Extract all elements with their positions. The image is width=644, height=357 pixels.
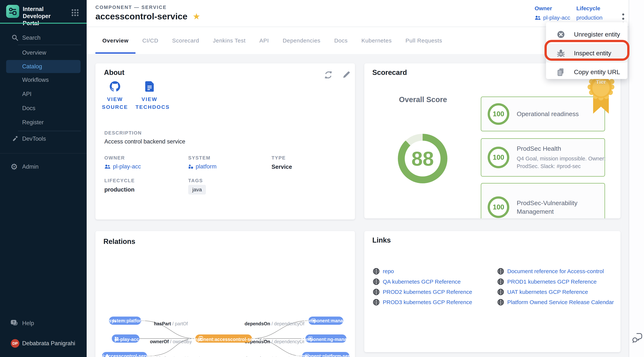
app-logo: [6, 5, 19, 18]
sidebar-item-label: Overview: [22, 50, 46, 56]
links-card-title: Links: [372, 236, 391, 244]
svg-text:component:manager: component:manager: [304, 318, 350, 323]
svg-text:?: ?: [13, 320, 15, 324]
sidebar-user[interactable]: DP Debabrata Panigrahi: [0, 337, 87, 350]
menu-item-label: Unregister entity: [574, 31, 620, 38]
sidebar-item-admin[interactable]: ⚙ Admin: [0, 160, 87, 173]
refresh-icon[interactable]: [324, 70, 333, 80]
tab-docs[interactable]: Docs: [328, 27, 354, 54]
sidebar-item-label: Register: [22, 119, 44, 126]
github-icon: [110, 81, 120, 92]
user-name: Debabrata Panigrahi: [22, 340, 75, 347]
view-source-button[interactable]: VIEW SOURCE: [101, 81, 129, 111]
score-value: 100: [488, 147, 509, 168]
globe-icon: [497, 299, 504, 306]
menu-item-copy-entity-url[interactable]: Copy entity URL: [546, 62, 628, 82]
link-label: repo: [383, 268, 394, 274]
tab-api[interactable]: API: [252, 27, 276, 54]
link-label: PROD3 kubernetes GCP Reference: [383, 299, 472, 306]
tab-dependencies[interactable]: Dependencies: [276, 27, 328, 54]
sidebar-item-catalog[interactable]: Catalog: [6, 60, 80, 73]
svg-text:component:accesscontrol-servic: component:accesscontrol-service: [188, 337, 264, 342]
sidebar-item-register[interactable]: Register: [0, 116, 87, 128]
svg-text:api:accesscontrol-service: api:accesscontrol-service: [97, 354, 154, 357]
link-item[interactable]: PROD3 kubernetes GCP Reference: [373, 298, 472, 307]
system-field-label: SYSTEM: [188, 155, 210, 161]
wrench-icon: [12, 135, 19, 142]
apps-grid-icon[interactable]: [71, 8, 79, 17]
owner-link[interactable]: pl-play-acc: [534, 14, 570, 21]
techdocs-icon: [145, 81, 154, 92]
globe-icon: [497, 288, 504, 296]
sidebar-item-workflows[interactable]: Workflows: [0, 74, 87, 86]
node-api-accesscontrol-service[interactable]: api:accesscontrol-service: [97, 352, 154, 357]
link-item[interactable]: UAT kubernetes GCP Reference: [497, 288, 588, 296]
score-title: ProdSec Health: [517, 145, 606, 152]
cancel-circle-icon: [556, 30, 566, 39]
sidebar-item-overview[interactable]: Overview: [0, 46, 87, 59]
sidebar-item-devtools[interactable]: DevTools: [0, 133, 87, 145]
owner-field-value: pl-play-acc: [113, 163, 141, 170]
link-item[interactable]: QA kubernetes GCP Reference: [373, 277, 461, 286]
favorite-star-icon[interactable]: ★: [193, 11, 200, 22]
entity-tabs: Overview CI/CD Scorecard Jenkins Test AP…: [96, 27, 449, 54]
tab-cicd[interactable]: CI/CD: [136, 27, 165, 54]
link-item[interactable]: PROD1 kubernetes GCP Reference: [497, 277, 597, 286]
page-title: accesscontrol-service: [96, 11, 188, 22]
score-item[interactable]: 100 ProdSec-Vulnerability Management: [481, 183, 605, 218]
tab-overview[interactable]: Overview: [96, 27, 136, 54]
owner-label: Owner: [534, 5, 570, 12]
edge-label: dependsOn / dependencyOf: [245, 321, 304, 326]
chat-bubbles-icon[interactable]: [632, 332, 643, 344]
breadcrumb: COMPONENT — SERVICE: [96, 4, 166, 10]
scorecard-card: Scorecard Overall Score 88 Tier 100 Oper…: [364, 63, 620, 218]
sidebar-item-help[interactable]: ? Help: [0, 317, 87, 330]
tab-kubernetes[interactable]: Kubernetes: [354, 27, 398, 54]
link-item[interactable]: Document reference for Access-control: [497, 267, 604, 276]
relations-card: Relations hasPart / partOf dependsOn / d…: [96, 231, 355, 357]
node-component-accesscontrol-service[interactable]: component:accesscontrol-service: [188, 334, 264, 343]
score-value: 100: [488, 196, 509, 218]
sidebar-item-label: DevTools: [22, 136, 46, 142]
score-item[interactable]: 100 Operational readiness: [481, 96, 605, 131]
node-component-platform-service[interactable]: component:platform-service: [296, 352, 355, 357]
sidebar-divider: [18, 131, 81, 131]
overall-score-value: 88: [412, 147, 434, 170]
system-field-value: platform: [196, 163, 216, 170]
globe-icon: [497, 268, 504, 275]
tab-pull-requests[interactable]: Pull Requests: [398, 27, 449, 54]
relations-graph: hasPart / partOf dependsOn / dependencyO…: [96, 231, 355, 357]
sidebar-item-api[interactable]: API: [0, 88, 87, 100]
node-component-ng-manager[interactable]: component:ng-manager: [301, 334, 354, 343]
sidebar-item-docs[interactable]: Docs: [0, 102, 87, 114]
score-item[interactable]: 100 ProdSec Health Q4 Goal, mission impo…: [481, 138, 605, 177]
description-value: Access control backend service: [104, 138, 185, 145]
owner-field-link[interactable]: pl-play-acc: [104, 163, 141, 170]
link-item[interactable]: Platform Owned Service Release Calendar: [497, 298, 614, 307]
tab-jenkins-test[interactable]: Jenkins Test: [206, 27, 252, 54]
link-item[interactable]: PROD2 kubernetes GCP Reference: [373, 288, 472, 296]
inspect-entity-highlight: [544, 40, 630, 61]
sidebar-item-label: API: [22, 91, 32, 98]
system-field-link[interactable]: platform: [188, 163, 216, 170]
type-field-value: Service: [272, 164, 292, 170]
node-system-platform[interactable]: system:platform: [109, 316, 145, 325]
svg-text:pl-play-acc: pl-play-acc: [114, 337, 139, 342]
svg-text:component:platform-service: component:platform-service: [296, 354, 355, 357]
about-card-title: About: [104, 68, 124, 76]
sidebar-item-search[interactable]: Search: [0, 32, 87, 44]
menu-item-label: Copy entity URL: [574, 68, 620, 76]
tag-chip[interactable]: java: [188, 185, 206, 194]
owner-block: Owner pl-play-acc: [534, 5, 570, 21]
lifecycle-field-value: production: [104, 186, 134, 193]
owner-value: pl-play-acc: [543, 14, 570, 21]
tab-scorecard[interactable]: Scorecard: [165, 27, 206, 54]
link-item[interactable]: repo: [373, 267, 394, 276]
edge-label: ownerOf / ownedBy: [150, 339, 192, 344]
node-component-manager[interactable]: component:manager: [304, 316, 350, 325]
system-icon: [188, 164, 194, 169]
edit-pencil-icon[interactable]: [342, 70, 351, 80]
lifecycle-label: Lifecycle: [576, 5, 602, 12]
node-pl-play-acc[interactable]: pl-play-acc: [112, 334, 140, 343]
view-techdocs-button[interactable]: VIEW TECHDOCS: [136, 81, 164, 111]
